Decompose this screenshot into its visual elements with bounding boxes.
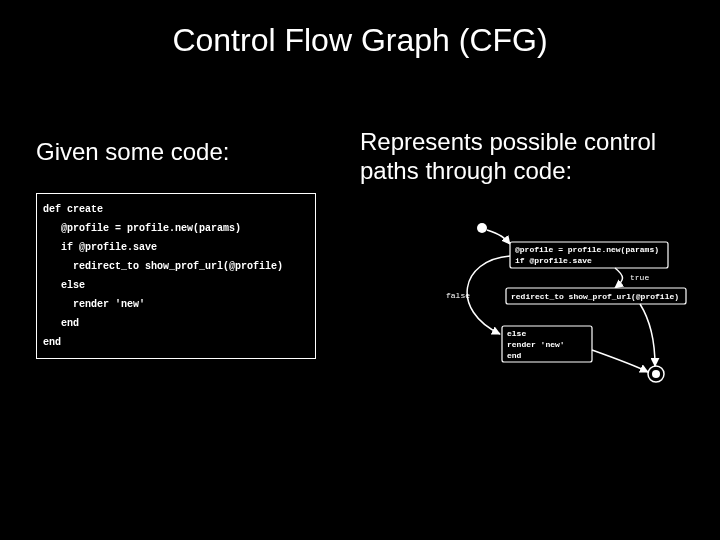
edge-false-label: false — [446, 291, 470, 300]
edge-node3-to-end — [592, 350, 648, 372]
cfg-diagram: @profile = profile.new(params) if @profi… — [440, 220, 700, 420]
cfg-svg: @profile = profile.new(params) if @profi… — [440, 220, 700, 420]
cfg-node-3-line2: render 'new' — [507, 340, 565, 349]
cfg-node-3-line3: end — [507, 351, 522, 360]
cfg-node-1-line2: if @profile.save — [515, 256, 592, 265]
slide-title: Control Flow Graph (CFG) — [0, 22, 720, 59]
edge-true — [615, 268, 623, 288]
slide: Control Flow Graph (CFG) Given some code… — [0, 0, 720, 540]
left-subhead: Given some code: — [36, 138, 346, 167]
right-subhead: Represents possible control paths throug… — [360, 128, 700, 186]
code-box: def create @profile = profile.new(params… — [36, 193, 316, 359]
cfg-node-2-line1: redirect_to show_prof_url(@profile) — [511, 292, 679, 301]
cfg-node-1-line1: @profile = profile.new(params) — [515, 245, 659, 254]
left-column: Given some code: def create @profile = p… — [36, 138, 346, 359]
cfg-node-3-line1: else — [507, 329, 526, 338]
edge-true-label: true — [630, 273, 649, 282]
edge-start-to-node1 — [487, 230, 510, 244]
right-column: Represents possible control paths throug… — [360, 128, 700, 186]
edge-false — [467, 256, 510, 334]
end-node-inner-icon — [652, 370, 660, 378]
code-snippet: def create @profile = profile.new(params… — [43, 200, 309, 352]
start-node-icon — [477, 223, 487, 233]
edge-node2-to-end — [640, 304, 655, 366]
